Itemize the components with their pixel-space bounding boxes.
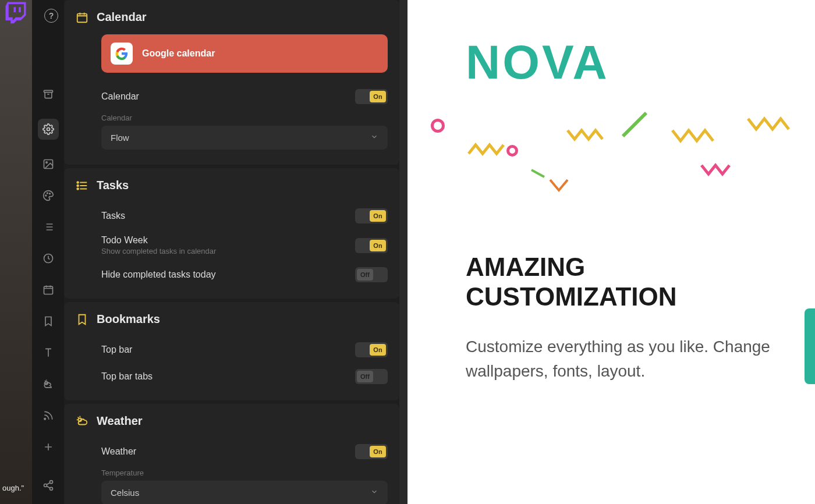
tasks-icon xyxy=(76,179,88,192)
sidebar-item-add[interactable] xyxy=(41,440,55,454)
svg-point-5 xyxy=(47,193,48,194)
select-value: Celsius xyxy=(111,488,139,498)
sidebar-item-calendar[interactable] xyxy=(41,283,55,297)
toggle-pill: On xyxy=(370,210,386,222)
select-value: Flow xyxy=(111,133,129,143)
row-hide-completed: Hide completed tasks today Off xyxy=(76,261,388,288)
section-header-calendar: Calendar xyxy=(76,10,388,24)
google-logo-icon xyxy=(111,42,133,65)
row-topbar: Top bar On xyxy=(76,336,388,363)
svg-point-11 xyxy=(49,481,52,484)
zigzag-shape xyxy=(466,130,506,159)
row-tasks: Tasks On xyxy=(76,203,388,229)
sidebar-item-archive[interactable] xyxy=(41,87,55,101)
toggle-tasks[interactable]: On xyxy=(355,208,388,223)
toggle-pill: On xyxy=(370,240,386,251)
row-topbar-tabs: Top bar tabs Off xyxy=(76,363,388,390)
sidebar-item-bookmark[interactable] xyxy=(41,314,55,328)
sidebar-item-list[interactable] xyxy=(41,220,55,234)
toggle-weather[interactable]: On xyxy=(355,444,388,459)
toggle-topbar[interactable]: On xyxy=(355,342,388,357)
svg-point-13 xyxy=(49,487,52,490)
svg-point-12 xyxy=(44,484,47,487)
svg-rect-0 xyxy=(44,90,52,92)
sidebar-item-text[interactable] xyxy=(41,346,55,360)
row-todo-week: Todo Week Show completed tasks in calend… xyxy=(76,229,388,261)
circle-shape xyxy=(431,119,445,133)
field-label-temperature: Temperature xyxy=(101,468,388,477)
sidebar-item-settings[interactable] xyxy=(38,119,59,140)
side-tab[interactable] xyxy=(805,308,815,384)
svg-point-10 xyxy=(44,418,45,420)
svg-point-1 xyxy=(47,128,49,131)
row-label: Hide completed tasks today xyxy=(101,269,216,280)
section-title: Bookmarks xyxy=(97,313,160,326)
help-icon[interactable]: ? xyxy=(44,9,58,23)
circle-shape xyxy=(506,145,518,157)
promo-headline: AMAZING CUSTOMIZATION xyxy=(466,253,786,311)
sidebar-nav xyxy=(32,0,64,504)
weather-icon xyxy=(76,415,88,428)
google-calendar-card[interactable]: Google calendar xyxy=(101,34,388,73)
zigzag-shape xyxy=(669,125,716,159)
calendar-icon xyxy=(76,11,88,24)
section-header-tasks: Tasks xyxy=(76,179,388,192)
angle-shape xyxy=(547,177,570,194)
toggle-todo-week[interactable]: On xyxy=(355,238,388,253)
row-weather: Weather On xyxy=(76,438,388,465)
select-temperature[interactable]: Celsius xyxy=(101,481,388,504)
sidebar-item-share[interactable] xyxy=(41,478,55,492)
line-shape xyxy=(617,107,652,142)
promo-logo: NOVA xyxy=(466,35,786,90)
google-card-label: Google calendar xyxy=(142,48,215,59)
background-text-fragment: ough." xyxy=(2,484,24,492)
toggle-topbar-tabs[interactable]: Off xyxy=(355,369,388,384)
toggle-pill: On xyxy=(370,446,386,457)
svg-rect-14 xyxy=(77,13,87,22)
row-label: Weather xyxy=(101,446,136,457)
sidebar-item-clock[interactable] xyxy=(41,251,55,265)
sidebar-item-rss[interactable] xyxy=(41,409,55,423)
bookmark-icon xyxy=(76,313,88,326)
row-label: Tasks xyxy=(101,211,125,221)
section-tasks: Tasks Tasks On Todo Week Show completed … xyxy=(64,168,399,299)
zigzag-shape xyxy=(699,159,739,189)
row-label: Top bar xyxy=(101,345,132,355)
svg-point-6 xyxy=(49,193,50,194)
line-shape xyxy=(530,168,547,180)
svg-point-16 xyxy=(77,184,79,186)
svg-point-17 xyxy=(77,188,79,190)
row-calendar-toggle: Calendar On xyxy=(76,83,388,110)
twitch-icon[interactable] xyxy=(3,0,28,24)
toggle-pill: Off xyxy=(357,371,373,382)
section-header-weather: Weather xyxy=(76,414,388,428)
settings-panel: Calendar Google calendar Calendar On Cal… xyxy=(64,0,399,504)
row-label: Todo Week xyxy=(101,235,216,246)
section-title: Tasks xyxy=(97,179,129,192)
chevron-down-icon xyxy=(370,133,378,143)
promo-body: Customize everything as you like. Change… xyxy=(466,335,786,384)
row-label: Calendar xyxy=(101,91,139,102)
svg-rect-8 xyxy=(44,286,52,294)
section-weather: Weather Weather On Temperature Celsius xyxy=(64,404,399,504)
chevron-down-icon xyxy=(370,488,378,498)
zigzag-shape xyxy=(565,125,605,154)
sidebar-item-palette[interactable] xyxy=(41,189,55,203)
select-calendar-flow[interactable]: Flow xyxy=(101,126,388,150)
section-calendar: Calendar Google calendar Calendar On Cal… xyxy=(64,0,399,165)
promo-pane: NOVA AMAZING CUSTOMIZATION Customize eve… xyxy=(408,0,815,504)
toggle-pill: On xyxy=(370,91,386,102)
background-wallpaper xyxy=(0,0,32,504)
sidebar-item-weather[interactable] xyxy=(41,377,55,391)
sidebar-item-image[interactable] xyxy=(41,157,55,171)
toggle-hide-completed[interactable]: Off xyxy=(355,267,388,282)
row-sublabel: Show completed tasks in calendar xyxy=(101,247,216,255)
row-label: Top bar tabs xyxy=(101,371,153,382)
toggle-calendar[interactable]: On xyxy=(355,89,388,104)
svg-point-4 xyxy=(45,195,47,196)
toggle-pill: On xyxy=(370,344,386,356)
zigzag-shape xyxy=(745,113,792,148)
section-title: Weather xyxy=(97,414,143,428)
promo-graphics xyxy=(466,113,786,218)
svg-point-15 xyxy=(77,182,79,183)
